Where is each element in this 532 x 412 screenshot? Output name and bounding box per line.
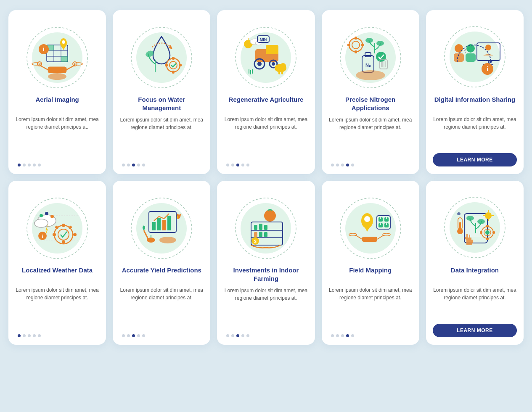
- dot: [132, 164, 135, 166]
- svg-rect-29: [172, 71, 175, 74]
- learn-more-button-data[interactable]: LEARN MORE: [433, 324, 517, 337]
- svg-rect-129: [264, 225, 267, 230]
- svg-text:i: i: [42, 234, 43, 239]
- card-nitrogen: N₂ Precise Nitrogen Applications Lorem i…: [322, 10, 419, 174]
- svg-point-85: [466, 44, 475, 53]
- dot: [241, 164, 244, 166]
- svg-point-70: [376, 52, 386, 62]
- card-regen: MIN Regenerative Agriculture Lorem ipsum…: [217, 10, 315, 174]
- card-body-nitrogen: Lorem ipsum dolor sit dim amet, mea regi…: [328, 116, 413, 158]
- card-body-aerial: Lorem ipsum dolor sit dim amet, mea regi…: [15, 116, 99, 158]
- svg-rect-175: [480, 231, 482, 234]
- svg-text:$: $: [254, 239, 257, 244]
- card-icon-yield: [119, 188, 204, 262]
- svg-point-166: [485, 212, 492, 219]
- svg-rect-86: [466, 53, 476, 62]
- svg-point-71: [356, 70, 385, 80]
- svg-rect-36: [266, 45, 278, 54]
- card-icon-data-integration: [433, 188, 517, 262]
- dot: [137, 334, 140, 337]
- card-weather: i Localized Weather Data Lorem ipsum dol…: [8, 181, 106, 345]
- dot: [18, 164, 21, 166]
- dot: [246, 334, 249, 337]
- dot: [137, 164, 140, 166]
- card-dots-weather: [15, 334, 99, 337]
- learn-more-button-digital[interactable]: LEARN MORE: [433, 153, 517, 166]
- card-body-regen: Lorem ipsum dolor sit dim amet, mea regi…: [224, 116, 308, 158]
- card-title-yield: Accurate Yield Predictions: [122, 266, 201, 282]
- svg-point-21: [48, 73, 66, 80]
- svg-rect-117: [167, 216, 171, 230]
- card-icon-indoor: $: [224, 188, 308, 262]
- svg-rect-63: [361, 44, 364, 46]
- svg-rect-128: [259, 224, 262, 230]
- dot: [331, 164, 334, 166]
- card-title-field: Field Mapping: [349, 266, 392, 282]
- svg-point-19: [62, 40, 65, 44]
- dot: [122, 164, 125, 166]
- card-body-weather: Lorem ipsum dolor sit dim amet, mea regi…: [15, 286, 99, 329]
- card-body-data-integration: Lorem ipsum dolor sit dim amet, mea regi…: [433, 286, 517, 319]
- card-body-digital: Lorem ipsum dolor sit dim amet, mea regi…: [433, 116, 517, 148]
- card-dots-regen: [224, 164, 308, 166]
- dot: [236, 334, 239, 337]
- card-icon-digital: i: [433, 18, 517, 91]
- dot: [346, 164, 349, 166]
- card-dots-indoor: [224, 334, 308, 337]
- svg-rect-116: [162, 220, 166, 230]
- cards-grid: i Aerial Imaging Lorem ipsum dolor sit d…: [8, 10, 524, 345]
- svg-rect-2: [48, 67, 66, 73]
- dot: [33, 334, 36, 337]
- dot: [226, 334, 229, 337]
- card-title-indoor: Investments in Indoor Farming: [224, 266, 308, 283]
- dot: [132, 334, 135, 337]
- card-body-yield: Lorem ipsum dolor sit dim amet, mea regi…: [119, 286, 204, 329]
- svg-rect-127: [254, 225, 257, 230]
- card-icon-weather: i: [15, 188, 99, 262]
- dot: [38, 164, 41, 166]
- svg-point-135: [264, 210, 276, 222]
- card-icon-nitrogen: N₂: [328, 18, 413, 91]
- card-body-indoor: Lorem ipsum dolor sit dim amet, mea regi…: [224, 287, 308, 329]
- dot: [246, 164, 249, 166]
- dot: [341, 164, 344, 166]
- dot: [231, 164, 234, 166]
- card-dots-water: [119, 164, 204, 166]
- svg-rect-97: [53, 233, 56, 236]
- svg-rect-173: [486, 225, 489, 227]
- svg-rect-62: [347, 44, 350, 46]
- dot: [346, 334, 349, 337]
- dot: [142, 334, 145, 337]
- svg-rect-48: [278, 70, 280, 74]
- svg-rect-49: [281, 70, 283, 74]
- card-title-weather: Localized Weather Data: [22, 266, 93, 282]
- svg-point-109: [45, 212, 48, 215]
- dot: [226, 164, 229, 166]
- dot: [18, 334, 21, 337]
- svg-rect-114: [152, 222, 156, 230]
- svg-rect-174: [486, 238, 489, 240]
- dot: [122, 334, 125, 337]
- svg-point-119: [147, 238, 155, 243]
- svg-text:N₂: N₂: [365, 63, 371, 68]
- card-dots-field: [328, 334, 413, 337]
- card-title-data-integration: Data Integration: [451, 266, 499, 282]
- svg-rect-61: [355, 50, 357, 53]
- svg-text:i: i: [487, 66, 488, 72]
- svg-rect-98: [73, 233, 77, 236]
- svg-rect-15: [61, 56, 68, 62]
- svg-point-110: [50, 215, 54, 218]
- dot: [241, 334, 244, 337]
- card-body-field: Lorem ipsum dolor sit dim amet, mea regi…: [328, 286, 413, 329]
- svg-text:MIN: MIN: [260, 37, 267, 42]
- card-aerial-imaging: i Aerial Imaging Lorem ipsum dolor sit d…: [8, 10, 106, 174]
- svg-text:i: i: [43, 46, 45, 53]
- svg-rect-30: [165, 64, 168, 66]
- dot: [127, 334, 130, 337]
- svg-point-82: [485, 45, 491, 50]
- dot: [33, 164, 36, 166]
- svg-rect-96: [62, 240, 65, 243]
- dot: [336, 164, 339, 166]
- dot: [336, 334, 339, 337]
- svg-rect-31: [179, 64, 182, 66]
